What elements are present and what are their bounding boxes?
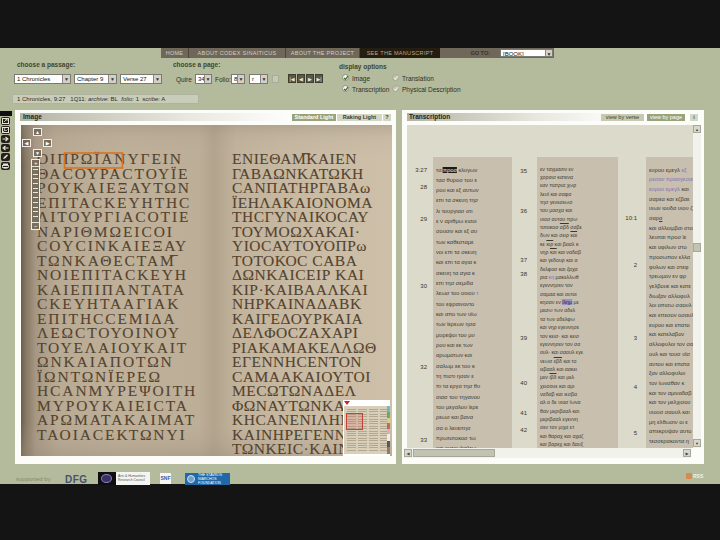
svg-text:ΤΑΟΙΑCΕΚΤΩΝΥΙ: ΤΑΟΙΑCΕΚΤΩΝΥΙ <box>37 425 187 442</box>
svg-text:ΤΩΝΚΕΙC·ΚΑΙΝ: ΤΩΝΚΕΙC·ΚΑΙΝ <box>232 440 350 456</box>
